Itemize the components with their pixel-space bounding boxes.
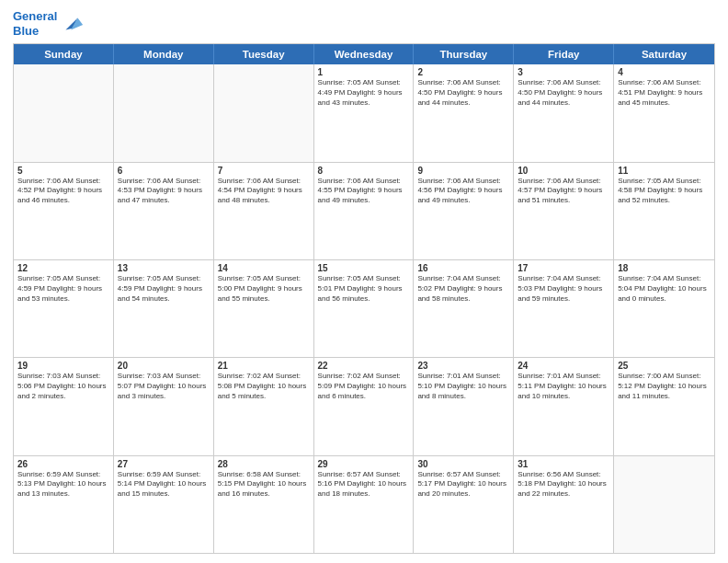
day-info: Sunrise: 7:06 AM Sunset: 4:56 PM Dayligh… — [417, 177, 509, 206]
day-cell-24: 24Sunrise: 7:01 AM Sunset: 5:11 PM Dayli… — [514, 358, 614, 454]
day-info: Sunrise: 7:06 AM Sunset: 4:50 PM Dayligh… — [518, 78, 609, 108]
day-info: Sunrise: 7:01 AM Sunset: 5:11 PM Dayligh… — [518, 372, 609, 401]
day-cell-13: 13Sunrise: 7:05 AM Sunset: 4:59 PM Dayli… — [114, 260, 214, 357]
day-info: Sunrise: 7:01 AM Sunset: 5:10 PM Dayligh… — [417, 372, 509, 401]
day-cell-3: 3Sunrise: 7:06 AM Sunset: 4:50 PM Daylig… — [514, 64, 614, 161]
day-cell-empty-0-2 — [214, 64, 314, 161]
weekday-header-sunday: Sunday — [14, 44, 114, 64]
day-info: Sunrise: 6:57 AM Sunset: 5:17 PM Dayligh… — [417, 470, 509, 500]
day-info: Sunrise: 7:04 AM Sunset: 5:03 PM Dayligh… — [518, 274, 609, 304]
day-cell-4: 4Sunrise: 7:06 AM Sunset: 4:51 PM Daylig… — [614, 64, 714, 161]
day-number: 15 — [318, 263, 410, 273]
day-number: 25 — [618, 361, 711, 371]
logo-general: General — [13, 9, 57, 23]
day-info: Sunrise: 7:05 AM Sunset: 4:59 PM Dayligh… — [118, 274, 210, 304]
day-info: Sunrise: 7:05 AM Sunset: 4:49 PM Dayligh… — [318, 78, 410, 108]
day-number: 30 — [417, 459, 509, 469]
day-cell-6: 6Sunrise: 7:06 AM Sunset: 4:53 PM Daylig… — [114, 163, 214, 259]
day-number: 6 — [118, 166, 210, 176]
day-number: 12 — [17, 263, 109, 273]
day-number: 7 — [218, 166, 310, 176]
day-info: Sunrise: 7:02 AM Sunset: 5:08 PM Dayligh… — [218, 372, 310, 401]
day-number: 8 — [318, 166, 410, 176]
day-cell-empty-0-0 — [14, 64, 114, 161]
day-cell-11: 11Sunrise: 7:05 AM Sunset: 4:58 PM Dayli… — [614, 163, 714, 259]
day-cell-7: 7Sunrise: 7:06 AM Sunset: 4:54 PM Daylig… — [214, 163, 314, 259]
day-info: Sunrise: 7:06 AM Sunset: 4:54 PM Dayligh… — [218, 177, 310, 206]
day-info: Sunrise: 7:06 AM Sunset: 4:53 PM Dayligh… — [118, 177, 210, 206]
day-info: Sunrise: 7:04 AM Sunset: 5:04 PM Dayligh… — [618, 274, 711, 304]
day-info: Sunrise: 7:03 AM Sunset: 5:07 PM Dayligh… — [118, 372, 210, 401]
weekday-header-friday: Friday — [514, 44, 614, 64]
day-number: 16 — [417, 263, 509, 273]
day-cell-29: 29Sunrise: 6:57 AM Sunset: 5:16 PM Dayli… — [314, 456, 415, 553]
day-number: 26 — [17, 459, 109, 469]
day-cell-14: 14Sunrise: 7:05 AM Sunset: 5:00 PM Dayli… — [214, 260, 314, 357]
day-info: Sunrise: 7:06 AM Sunset: 4:57 PM Dayligh… — [518, 177, 609, 206]
day-cell-empty-4-6 — [614, 456, 714, 553]
day-number: 21 — [218, 361, 310, 371]
day-number: 4 — [618, 67, 711, 77]
day-cell-empty-0-1 — [114, 64, 214, 161]
day-number: 14 — [218, 263, 310, 273]
day-number: 18 — [618, 263, 711, 273]
day-cell-10: 10Sunrise: 7:06 AM Sunset: 4:57 PM Dayli… — [514, 163, 614, 259]
calendar: SundayMondayTuesdayWednesdayThursdayFrid… — [13, 43, 715, 554]
day-info: Sunrise: 7:03 AM Sunset: 5:06 PM Dayligh… — [17, 372, 109, 401]
page: General Blue SundayMondayTuesdayWednesda… — [0, 0, 728, 563]
day-info: Sunrise: 7:02 AM Sunset: 5:09 PM Dayligh… — [318, 372, 410, 401]
day-cell-17: 17Sunrise: 7:04 AM Sunset: 5:03 PM Dayli… — [514, 260, 614, 357]
day-number: 10 — [518, 166, 609, 176]
day-cell-16: 16Sunrise: 7:04 AM Sunset: 5:02 PM Dayli… — [414, 260, 514, 357]
day-number: 22 — [318, 361, 410, 371]
day-number: 23 — [417, 361, 509, 371]
day-number: 5 — [17, 166, 109, 176]
weekday-header-tuesday: Tuesday — [214, 44, 314, 64]
calendar-header-row: SundayMondayTuesdayWednesdayThursdayFrid… — [14, 44, 714, 64]
day-number: 17 — [518, 263, 609, 273]
week-row-4: 19Sunrise: 7:03 AM Sunset: 5:06 PM Dayli… — [14, 358, 714, 455]
calendar-body: 1Sunrise: 7:05 AM Sunset: 4:49 PM Daylig… — [14, 64, 714, 553]
day-cell-25: 25Sunrise: 7:00 AM Sunset: 5:12 PM Dayli… — [614, 358, 714, 454]
logo-blue: Blue — [13, 24, 57, 39]
day-info: Sunrise: 6:57 AM Sunset: 5:16 PM Dayligh… — [318, 470, 410, 500]
day-number: 29 — [318, 459, 410, 469]
weekday-header-saturday: Saturday — [614, 44, 714, 64]
week-row-2: 5Sunrise: 7:06 AM Sunset: 4:52 PM Daylig… — [14, 163, 714, 260]
day-info: Sunrise: 7:04 AM Sunset: 5:02 PM Dayligh… — [417, 274, 509, 304]
day-cell-28: 28Sunrise: 6:58 AM Sunset: 5:15 PM Dayli… — [214, 456, 314, 553]
day-cell-19: 19Sunrise: 7:03 AM Sunset: 5:06 PM Dayli… — [14, 358, 114, 454]
day-cell-23: 23Sunrise: 7:01 AM Sunset: 5:10 PM Dayli… — [414, 358, 514, 454]
weekday-header-monday: Monday — [114, 44, 214, 64]
day-cell-15: 15Sunrise: 7:05 AM Sunset: 5:01 PM Dayli… — [314, 260, 415, 357]
day-cell-5: 5Sunrise: 7:06 AM Sunset: 4:52 PM Daylig… — [14, 163, 114, 259]
week-row-3: 12Sunrise: 7:05 AM Sunset: 4:59 PM Dayli… — [14, 260, 714, 358]
day-number: 9 — [417, 166, 509, 176]
day-number: 20 — [118, 361, 210, 371]
day-number: 27 — [118, 459, 210, 469]
day-cell-1: 1Sunrise: 7:05 AM Sunset: 4:49 PM Daylig… — [314, 64, 415, 161]
day-cell-9: 9Sunrise: 7:06 AM Sunset: 4:56 PM Daylig… — [414, 163, 514, 259]
weekday-header-thursday: Thursday — [414, 44, 514, 64]
day-number: 11 — [618, 166, 711, 176]
day-info: Sunrise: 6:59 AM Sunset: 5:14 PM Dayligh… — [118, 470, 210, 500]
day-number: 31 — [518, 459, 609, 469]
week-row-5: 26Sunrise: 6:59 AM Sunset: 5:13 PM Dayli… — [14, 456, 714, 553]
day-number: 2 — [417, 67, 509, 77]
day-number: 3 — [518, 67, 609, 77]
day-cell-21: 21Sunrise: 7:02 AM Sunset: 5:08 PM Dayli… — [214, 358, 314, 454]
day-cell-31: 31Sunrise: 6:56 AM Sunset: 5:18 PM Dayli… — [514, 456, 614, 553]
weekday-header-wednesday: Wednesday — [314, 44, 415, 64]
day-cell-27: 27Sunrise: 6:59 AM Sunset: 5:14 PM Dayli… — [114, 456, 214, 553]
day-cell-20: 20Sunrise: 7:03 AM Sunset: 5:07 PM Dayli… — [114, 358, 214, 454]
day-info: Sunrise: 7:05 AM Sunset: 5:01 PM Dayligh… — [318, 274, 410, 304]
day-info: Sunrise: 7:06 AM Sunset: 4:52 PM Dayligh… — [17, 177, 109, 206]
day-cell-22: 22Sunrise: 7:02 AM Sunset: 5:09 PM Dayli… — [314, 358, 415, 454]
day-info: Sunrise: 7:05 AM Sunset: 4:58 PM Dayligh… — [618, 177, 711, 206]
day-info: Sunrise: 7:06 AM Sunset: 4:51 PM Dayligh… — [618, 78, 711, 108]
day-cell-8: 8Sunrise: 7:06 AM Sunset: 4:55 PM Daylig… — [314, 163, 415, 259]
day-number: 1 — [318, 67, 410, 77]
day-info: Sunrise: 7:00 AM Sunset: 5:12 PM Dayligh… — [618, 372, 711, 401]
day-cell-26: 26Sunrise: 6:59 AM Sunset: 5:13 PM Dayli… — [14, 456, 114, 553]
day-info: Sunrise: 7:05 AM Sunset: 4:59 PM Dayligh… — [17, 274, 109, 304]
